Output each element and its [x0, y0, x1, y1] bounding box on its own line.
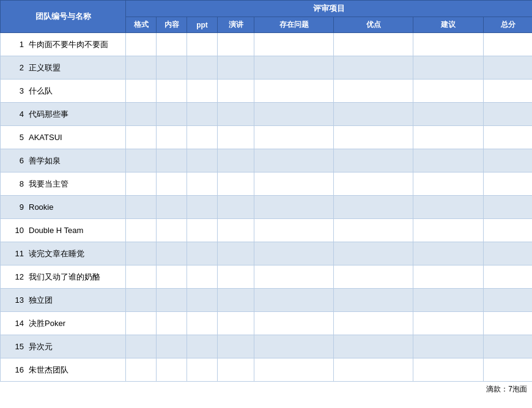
team-cell: 8我要当主管 — [1, 172, 126, 196]
table-row: 4代码那些事 — [1, 103, 533, 126]
cell-content — [157, 219, 187, 242]
team-number: 10 — [7, 226, 24, 235]
cell-issues — [254, 80, 334, 103]
cell-content — [157, 149, 187, 172]
header-top-row: 团队编号与名称 评审项目 — [1, 1, 533, 17]
cell-format — [126, 172, 157, 196]
cell-issues — [254, 219, 334, 242]
cell-suggest — [413, 242, 484, 265]
cell-issues — [254, 126, 334, 149]
cell-format — [126, 242, 157, 265]
cell-format — [126, 358, 157, 382]
cell-format — [126, 219, 157, 242]
cell-issues — [254, 33, 334, 56]
cell-ppt — [187, 219, 218, 242]
team-name: 决胜Poker — [29, 319, 65, 328]
team-cell: 12我们又动了谁的奶酪 — [1, 265, 126, 289]
cell-speech — [218, 335, 254, 358]
cell-speech — [218, 289, 254, 312]
col-issues-header: 存在问题 — [254, 17, 334, 33]
team-name: 代码那些事 — [29, 109, 68, 119]
cell-pros — [334, 33, 413, 56]
cell-speech — [218, 219, 254, 242]
cell-pros — [334, 172, 413, 196]
cell-pros — [334, 219, 413, 242]
table-row: 13独立团 — [1, 289, 533, 312]
cell-suggest — [413, 149, 484, 172]
cell-speech — [218, 103, 254, 126]
col-pros-header: 优点 — [334, 17, 413, 33]
cell-issues — [254, 242, 334, 265]
cell-total — [484, 219, 533, 242]
cell-ppt — [187, 149, 218, 172]
cell-ppt — [187, 265, 218, 289]
cell-ppt — [187, 33, 218, 56]
team-number: 5 — [7, 133, 24, 142]
cell-suggest — [413, 312, 484, 335]
cell-ppt — [187, 358, 218, 382]
team-cell: 6善学如泉 — [1, 149, 126, 172]
cell-speech — [218, 126, 254, 149]
cell-issues — [254, 335, 334, 358]
cell-content — [157, 265, 187, 289]
cell-issues — [254, 149, 334, 172]
table-row: 8我要当主管 — [1, 172, 533, 196]
cell-format — [126, 80, 157, 103]
cell-content — [157, 358, 187, 382]
team-name: AKATSUI — [29, 133, 62, 142]
cell-total — [484, 149, 533, 172]
cell-format — [126, 103, 157, 126]
table-row: 6善学如泉 — [1, 149, 533, 172]
cell-issues — [254, 265, 334, 289]
cell-speech — [218, 80, 254, 103]
cell-content — [157, 335, 187, 358]
main-table-wrapper: 团队编号与名称 评审项目 格式 内容 ppt 演讲 存在问题 优点 建议 总分 … — [0, 0, 532, 397]
table-body: 1牛肉面不要牛肉不要面2正义联盟3什么队4代码那些事5AKATSUI6善学如泉8… — [1, 33, 533, 382]
cell-suggest — [413, 126, 484, 149]
cell-content — [157, 312, 187, 335]
cell-total — [484, 80, 533, 103]
team-name: 善学如泉 — [29, 156, 61, 165]
team-number: 1 — [7, 40, 24, 49]
col-suggest-header: 建议 — [413, 17, 484, 33]
team-number: 12 — [7, 272, 24, 281]
col-ppt-header: ppt — [187, 17, 218, 33]
cell-pros — [334, 265, 413, 289]
cell-pros — [334, 103, 413, 126]
team-name: 什么队 — [29, 86, 53, 95]
team-cell: 2正义联盟 — [1, 56, 126, 80]
table-row: 15异次元 — [1, 335, 533, 358]
team-cell: 13独立团 — [1, 289, 126, 312]
col-format-header: 格式 — [126, 17, 157, 33]
cell-suggest — [413, 265, 484, 289]
cell-total — [484, 242, 533, 265]
footer-note: 滴款：7泡面 — [0, 382, 532, 397]
cell-ppt — [187, 126, 218, 149]
review-table: 团队编号与名称 评审项目 格式 内容 ppt 演讲 存在问题 优点 建议 总分 … — [0, 0, 532, 382]
col-content-header: 内容 — [157, 17, 187, 33]
cell-ppt — [187, 103, 218, 126]
cell-ppt — [187, 312, 218, 335]
team-cell: 10Double H Team — [1, 219, 126, 242]
team-number: 6 — [7, 156, 24, 165]
cell-speech — [218, 196, 254, 219]
team-number: 13 — [7, 295, 24, 305]
cell-pros — [334, 80, 413, 103]
cell-issues — [254, 56, 334, 80]
cell-pros — [334, 149, 413, 172]
cell-format — [126, 56, 157, 80]
cell-suggest — [413, 172, 484, 196]
team-number: 4 — [7, 109, 24, 119]
cell-ppt — [187, 242, 218, 265]
col-speech-header: 演讲 — [218, 17, 254, 33]
team-name: 异次元 — [29, 342, 53, 351]
table-row: 16朱世杰团队 — [1, 358, 533, 382]
team-cell: 9Rookie — [1, 196, 126, 219]
cell-total — [484, 358, 533, 382]
col-team-header: 团队编号与名称 — [1, 1, 126, 33]
cell-pros — [334, 242, 413, 265]
team-name: Rookie — [29, 202, 53, 212]
team-cell: 11读完文章在睡觉 — [1, 242, 126, 265]
cell-ppt — [187, 56, 218, 80]
cell-pros — [334, 358, 413, 382]
